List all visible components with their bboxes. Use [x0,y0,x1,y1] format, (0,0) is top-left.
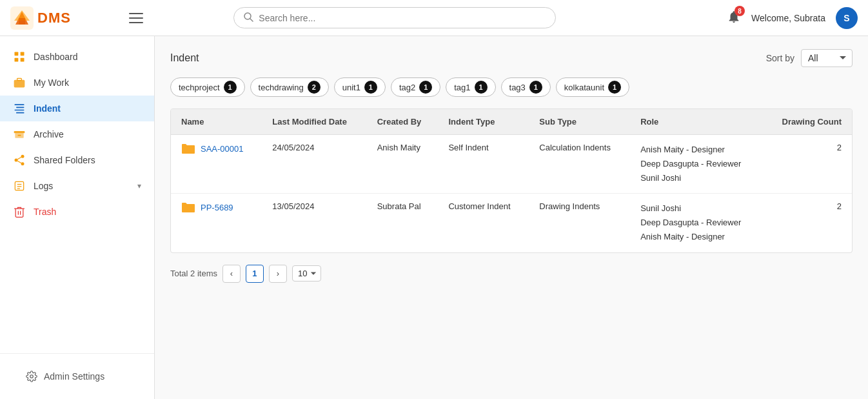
tag-label: unit1 [342,83,360,92]
sidebar-item-logs[interactable]: Logs ▾ [0,173,154,199]
search-icon [243,12,253,24]
shared-folders-label: Shared Folders [34,155,95,165]
cell-role: Sunil JoshiDeep Dasgupta - ReviewerAnish… [630,194,764,252]
logo-icon [10,6,34,30]
notification-button[interactable]: 8 [727,10,741,26]
tag-label: tag1 [454,83,470,92]
sidebar-item-dashboard[interactable]: Dashboard [0,44,154,70]
cell-drawing-count: 2 [764,135,852,194]
tag-label: kolkataunit [564,83,604,92]
svg-rect-3 [19,18,25,25]
logs-arrow: ▾ [137,181,141,190]
page-size-select[interactable]: 10 20 50 [292,265,321,281]
col-drawing-count: Drawing Count [764,109,852,135]
svg-rect-11 [17,78,22,80]
col-created-by: Created By [367,109,439,135]
table-container: Name Last Modified Date Created By Inden… [170,108,853,253]
cell-drawing-count: 2 [764,194,852,252]
logo-text: DMS [37,10,71,26]
tag-chip[interactable]: unit11 [334,77,386,97]
table-row[interactable]: PP-5689 13/05/2024 Subrata Pal Customer … [171,194,852,252]
notification-badge: 8 [735,6,745,16]
cell-created-by: Anish Maity [367,135,439,194]
tag-label: techdrawing [259,83,304,92]
sidebar-item-trash[interactable]: Trash [0,199,154,225]
folder-icon [181,143,195,154]
avatar[interactable]: S [836,7,858,29]
svg-line-5 [250,19,253,21]
admin-settings-item[interactable]: Admin Settings [13,364,141,389]
main-content: Indent Sort by All Name Date Type techpr… [155,36,868,399]
search-bar [233,7,556,28]
pagination-total: Total 2 items [170,269,217,278]
sort-select[interactable]: All Name Date Type [801,49,853,67]
tag-badge: 1 [364,81,377,94]
hamburger-menu[interactable] [129,13,143,23]
cell-sub-type: Drawing Indents [529,194,630,252]
table-body: SAA-00001 24/05/2024 Anish Maity Self In… [171,135,852,252]
sidebar-nav: Dashboard My Work Indent [0,36,154,353]
svg-point-28 [30,375,34,378]
prev-page-button[interactable]: ‹ [222,265,241,283]
logs-label: Logs [34,181,53,191]
tag-badge: 1 [224,81,237,94]
svg-rect-6 [15,52,19,56]
table-row[interactable]: SAA-00001 24/05/2024 Anish Maity Self In… [171,135,852,194]
col-name: Name [171,109,262,135]
archive-icon [13,128,26,141]
svg-rect-7 [21,52,25,56]
svg-rect-14 [15,110,25,111]
tag-chip[interactable]: tag11 [446,77,495,97]
tag-chip[interactable]: tag21 [391,77,440,97]
tag-chip[interactable]: kolkataunit1 [556,77,629,97]
trash-label: Trash [34,207,56,217]
svg-rect-10 [14,80,25,88]
page-1-button[interactable]: 1 [246,265,264,283]
archive-label: Archive [34,129,64,139]
next-page-button[interactable]: › [269,265,287,283]
svg-line-23 [17,157,21,159]
row-name: SAA-00001 [201,144,244,154]
sort-by-label: Sort by [766,53,794,63]
tag-chip[interactable]: techdrawing2 [250,77,329,97]
cell-indent-type: Self Indent [438,135,529,194]
col-role: Role [630,109,764,135]
svg-rect-18 [18,135,21,136]
trash-icon [13,205,26,218]
tag-chip[interactable]: techproject1 [170,77,245,97]
sidebar-item-indent[interactable]: Indent [0,96,154,121]
row-name: PP-5689 [201,203,233,212]
indent-label: Indent [34,103,61,114]
cell-modified: 13/05/2024 [262,194,366,252]
welcome-text: Welcome, Subrata [751,13,825,23]
cell-modified: 24/05/2024 [262,135,366,194]
page-header: Indent Sort by All Name Date Type [170,49,853,67]
col-sub-type: Sub Type [529,109,630,135]
sidebar-item-mywork[interactable]: My Work [0,70,154,96]
svg-rect-15 [16,112,25,114]
tag-chip[interactable]: tag31 [501,77,551,97]
sidebar-item-shared-folders[interactable]: Shared Folders [0,147,154,173]
folder-icon [181,201,195,213]
cell-role: Anish Maity - DesignerDeep Dasgupta - Re… [630,135,764,194]
tag-label: techproject [179,83,220,92]
search-input[interactable] [259,13,546,23]
svg-rect-13 [16,107,25,108]
svg-point-21 [21,162,25,165]
sidebar-item-archive[interactable]: Archive [0,121,154,147]
logo: DMS [10,6,113,30]
tag-badge: 1 [608,81,621,94]
indent-table: Name Last Modified Date Created By Inden… [171,109,852,252]
tag-badge: 1 [475,81,488,94]
svg-point-19 [21,155,25,158]
tag-label: tag2 [399,83,415,92]
header: DMS 8 Welcome, Subrata S [0,0,868,36]
tag-badge: 1 [419,81,432,94]
tag-badge: 1 [529,81,542,94]
table-header-row: Name Last Modified Date Created By Inden… [171,109,852,135]
mywork-label: My Work [34,77,69,88]
page-title: Indent [170,52,199,64]
tags-row: techproject1techdrawing2unit11tag21tag11… [170,77,853,97]
svg-point-20 [15,159,18,162]
svg-line-22 [17,161,21,163]
